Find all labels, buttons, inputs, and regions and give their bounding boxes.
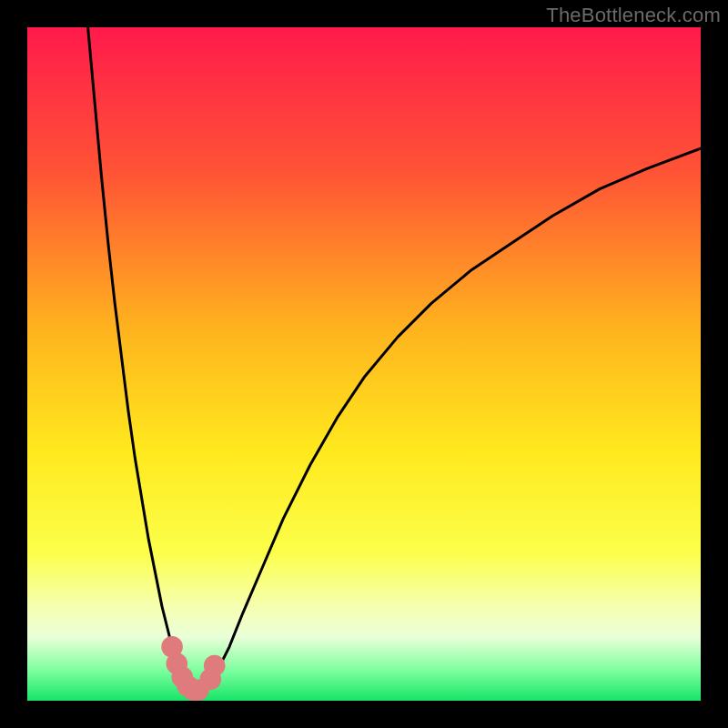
curve-overlay bbox=[27, 27, 701, 701]
series-right-branch bbox=[209, 148, 701, 687]
chart-frame: TheBottleneck.com bbox=[0, 0, 728, 728]
watermark-text: TheBottleneck.com bbox=[546, 4, 721, 27]
plot-area bbox=[27, 27, 701, 701]
series-left-branch bbox=[88, 27, 183, 681]
marker-dot bbox=[204, 655, 226, 677]
